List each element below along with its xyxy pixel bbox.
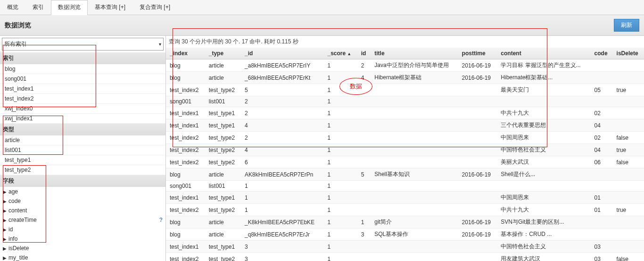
column-content[interactable]: content [497, 48, 590, 59]
cell-content: SVN与Git最主要的区别... [497, 216, 590, 228]
cell-content: Shell是什么... [497, 168, 590, 181]
table-row[interactable]: blogarticleAK8kHmIBEEA5cRP7ErPn15Shell基本… [166, 168, 644, 181]
cell-_score: 1 [324, 168, 357, 181]
field-item-id[interactable]: ▶id [0, 225, 165, 234]
tab-1[interactable]: 索引 [25, 0, 51, 15]
cell-isDelete [613, 59, 644, 72]
cell-_score: 1 [324, 132, 357, 144]
table-row[interactable]: song001list00121 [166, 96, 644, 107]
field-item-info[interactable]: ▶info [0, 234, 165, 244]
list-item-test_index1[interactable]: test_index1 [0, 84, 165, 94]
cell-id: 2 [357, 59, 371, 72]
table-row[interactable]: blogarticle_K8kHmIBEEA5cRP7EbKE11git简介20… [166, 216, 644, 228]
cell-title: Shell基本知识 [371, 168, 458, 181]
table-row[interactable]: blogarticle_q8kHmIBEEA5cRP7ErJr13SQL基本操作… [166, 228, 644, 241]
cell-_index: test_index2 [166, 132, 205, 144]
tab-3[interactable]: 基本查询 [+] [88, 0, 132, 15]
cell-title: SQL基本操作 [371, 228, 458, 241]
table-row[interactable]: test_index2test_type211中共十九大01true [166, 204, 644, 216]
cell-_index: song001 [166, 181, 205, 192]
cell-_id: 1 [241, 181, 323, 192]
cell-code [591, 181, 613, 192]
cell-isDelete [613, 168, 644, 181]
cell-_score: 1 [324, 156, 357, 168]
cell-_score: 1 [324, 228, 357, 241]
refresh-button[interactable]: 刷新 [614, 19, 639, 32]
list-item-test_type1[interactable]: test_type1 [0, 155, 165, 165]
cell-code [591, 228, 613, 241]
cell-_id: 4 [241, 144, 323, 156]
field-item-content[interactable]: ▶content [0, 206, 165, 215]
cell-isDelete [613, 228, 644, 241]
index-dropdown[interactable]: 所有索引 ▾ [2, 38, 164, 51]
table-row[interactable]: blogarticle_a8kHmIBEEA5cRP7ErIY12Java中泛型… [166, 59, 644, 72]
field-item-age[interactable]: ▶age [0, 187, 165, 196]
column-posttime[interactable]: posttime [458, 48, 497, 59]
list-item-xwj_index1[interactable]: xwj_index1 [0, 114, 165, 124]
table-row[interactable]: test_index1test_type121中共十九大02 [166, 107, 644, 119]
table-row[interactable]: test_index1test_type141三个代表重要思想04 [166, 119, 644, 132]
cell-title [371, 181, 458, 192]
list-item-test_index2[interactable]: test_index2 [0, 94, 165, 104]
list-item-xwj_index0[interactable]: xwj_index0 [0, 104, 165, 114]
table-row[interactable]: test_index2test_type251最美天安门05true [166, 84, 644, 96]
table-row[interactable]: test_index2test_type261美丽大武汉06false [166, 156, 644, 168]
cell-id: 5 [357, 168, 371, 181]
tab-4[interactable]: 复合查询 [+] [132, 0, 177, 15]
column-_type[interactable]: _type [205, 48, 241, 59]
table-row[interactable]: test_index1test_type111中国周恩来01 [166, 192, 644, 204]
title-bar: 数据浏览 刷新 [0, 15, 644, 36]
help-icon[interactable]: ? [159, 217, 163, 223]
table-row[interactable]: test_index2test_type241中国特色社会主义04true [166, 144, 644, 156]
tab-2[interactable]: 数据浏览 [51, 0, 88, 15]
field-label: content [8, 207, 27, 214]
field-item-code[interactable]: ▶code [0, 196, 165, 206]
type-list: articlelist001test_type1test_type2 [0, 135, 165, 175]
column-_score[interactable]: _score▲ [324, 48, 357, 59]
list-item-blog[interactable]: blog [0, 64, 165, 74]
table-row[interactable]: song001list00111 [166, 181, 644, 192]
cell-_score: 1 [324, 216, 357, 228]
main-container: 所有索引 ▾ 索引 blogsong001test_index1test_ind… [0, 36, 644, 261]
column-title[interactable]: title [371, 48, 458, 59]
cell-code [591, 216, 613, 228]
list-item-test_type2[interactable]: test_type2 [0, 165, 165, 175]
table-row[interactable]: test_index1test_type131中国特色社会主义03 [166, 241, 644, 253]
cell-isDelete: true [613, 204, 644, 216]
cell-_id: _q8kHmIBEEA5cRP7ErJr [241, 228, 323, 241]
column-code[interactable]: code [591, 48, 613, 59]
annotation-data-label: 数据 [339, 78, 372, 95]
list-item-song001[interactable]: song001 [0, 74, 165, 84]
cell-posttime [458, 107, 497, 119]
cell-title [371, 241, 458, 253]
cell-_id: 2 [241, 107, 323, 119]
field-item-my_title[interactable]: ▶my_title [0, 253, 165, 261]
cell-_index: test_index1 [166, 241, 205, 253]
cell-_index: test_index2 [166, 253, 205, 261]
column-isDelete[interactable]: isDelete [613, 48, 644, 59]
cell-title [371, 156, 458, 168]
cell-_index: blog [166, 216, 205, 228]
cell-_score: 1 [324, 241, 357, 253]
table-row[interactable]: test_index2test_type221中国周恩来02false [166, 132, 644, 144]
table-row[interactable]: test_index2test_type231用友建筑大武汉03false [166, 253, 644, 261]
cell-isDelete [613, 96, 644, 107]
field-section-header: 字段 [0, 175, 165, 187]
cell-_type: test_type2 [205, 84, 241, 96]
tab-0[interactable]: 概览 [0, 0, 25, 15]
tabs-container: 概览索引数据浏览基本查询 [+]复合查询 [+] [0, 0, 644, 15]
list-item-article[interactable]: article [0, 135, 165, 145]
list-item-list001[interactable]: list001 [0, 145, 165, 155]
field-item-isDelete[interactable]: ▶isDelete [0, 244, 165, 253]
table-row[interactable]: blogarticle_68kHmIBEEA5cRP7ErKt14Hiberna… [166, 72, 644, 84]
cell-_index: blog [166, 228, 205, 241]
cell-isDelete [613, 241, 644, 253]
cell-_score: 1 [324, 59, 357, 72]
column-_index[interactable]: _index [166, 48, 205, 59]
column-_id[interactable]: _id [241, 48, 323, 59]
cell-isDelete [613, 119, 644, 132]
cell-_type: test_type2 [205, 204, 241, 216]
cell-content: 学习目标 掌握泛型的产生意义... [497, 59, 590, 72]
column-id[interactable]: id [357, 48, 371, 59]
field-item-createTime[interactable]: ▶createTime? [0, 215, 165, 225]
